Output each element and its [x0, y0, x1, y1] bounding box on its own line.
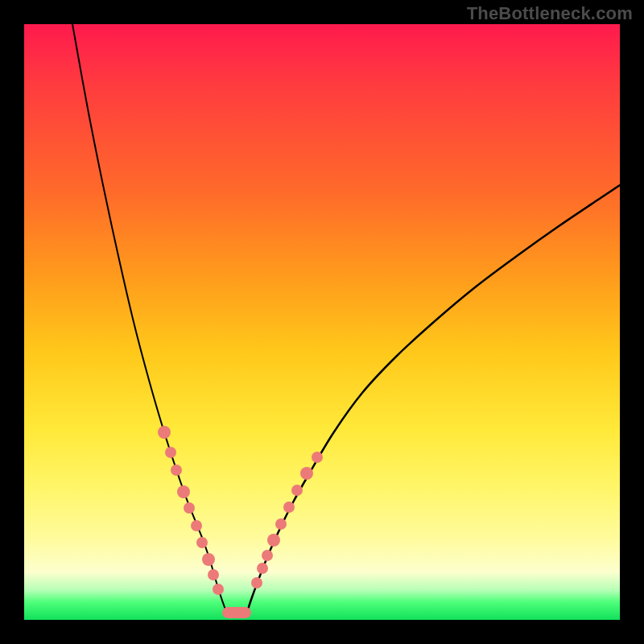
- curve-right-branch: [248, 185, 620, 609]
- data-point: [191, 520, 202, 531]
- curve-left-branch: [72, 24, 225, 609]
- plot-area: [24, 24, 620, 620]
- data-point: [300, 467, 313, 480]
- data-point: [171, 464, 182, 476]
- data-point: [262, 550, 273, 561]
- data-point: [267, 534, 280, 547]
- data-markers: [158, 426, 323, 618]
- data-point: [165, 447, 176, 458]
- valley-pill-marker: [222, 607, 251, 618]
- data-point: [213, 584, 224, 595]
- chart-svg: [24, 24, 620, 620]
- data-point: [312, 452, 323, 463]
- outer-frame: TheBottleneck.com: [0, 0, 644, 644]
- data-point: [275, 518, 287, 530]
- data-point: [202, 553, 215, 566]
- data-point: [158, 426, 171, 439]
- data-point: [184, 502, 195, 514]
- data-point: [251, 577, 262, 588]
- data-point: [257, 563, 268, 574]
- data-point: [196, 537, 208, 548]
- watermark-text: TheBottleneck.com: [467, 3, 633, 24]
- data-point: [291, 485, 303, 496]
- data-point: [283, 502, 295, 513]
- data-point: [177, 485, 190, 498]
- data-point: [208, 569, 219, 580]
